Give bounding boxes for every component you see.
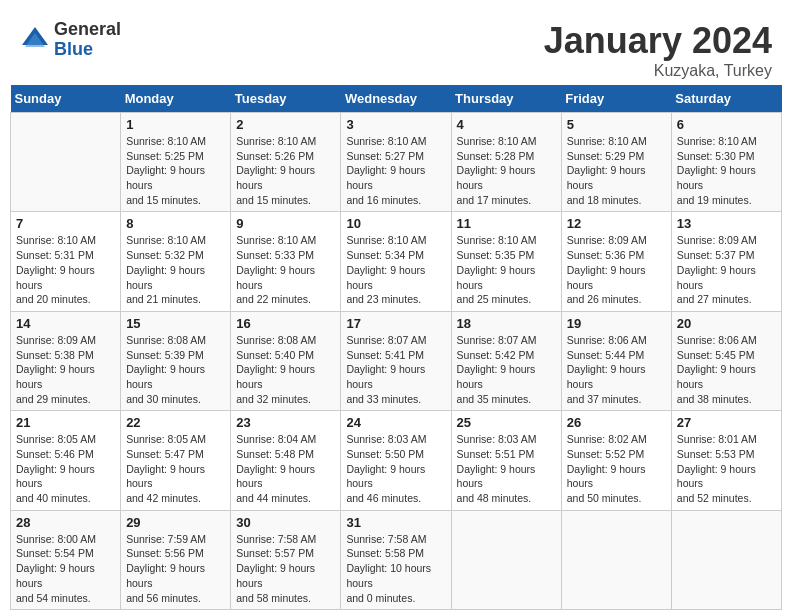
day-number: 2 — [236, 117, 335, 132]
calendar-week-2: 7Sunrise: 8:10 AMSunset: 5:31 PMDaylight… — [11, 212, 782, 311]
sunset-text: Sunset: 5:53 PM — [677, 447, 776, 462]
calendar-cell-w4-d3: 23Sunrise: 8:04 AMSunset: 5:48 PMDayligh… — [231, 411, 341, 510]
daylight-minutes: and 20 minutes. — [16, 292, 115, 307]
day-number: 16 — [236, 316, 335, 331]
daylight-hours: Daylight: 9 hours hours — [346, 362, 445, 391]
daylight-minutes: and 0 minutes. — [346, 591, 445, 606]
day-number: 27 — [677, 415, 776, 430]
calendar-cell-w3-d2: 15Sunrise: 8:08 AMSunset: 5:39 PMDayligh… — [121, 311, 231, 410]
day-number: 26 — [567, 415, 666, 430]
day-info: Sunrise: 8:07 AMSunset: 5:42 PMDaylight:… — [457, 333, 556, 406]
sunset-text: Sunset: 5:41 PM — [346, 348, 445, 363]
calendar-table: Sunday Monday Tuesday Wednesday Thursday… — [10, 85, 782, 610]
daylight-minutes: and 42 minutes. — [126, 491, 225, 506]
sunset-text: Sunset: 5:32 PM — [126, 248, 225, 263]
sunset-text: Sunset: 5:50 PM — [346, 447, 445, 462]
day-info: Sunrise: 8:01 AMSunset: 5:53 PMDaylight:… — [677, 432, 776, 505]
logo-general-text: General — [54, 20, 121, 40]
sunrise-text: Sunrise: 8:07 AM — [346, 333, 445, 348]
calendar-cell-w3-d6: 19Sunrise: 8:06 AMSunset: 5:44 PMDayligh… — [561, 311, 671, 410]
sunrise-text: Sunrise: 8:02 AM — [567, 432, 666, 447]
day-number: 13 — [677, 216, 776, 231]
sunset-text: Sunset: 5:35 PM — [457, 248, 556, 263]
daylight-hours: Daylight: 9 hours hours — [16, 263, 115, 292]
daylight-minutes: and 15 minutes. — [126, 193, 225, 208]
day-info: Sunrise: 8:08 AMSunset: 5:40 PMDaylight:… — [236, 333, 335, 406]
daylight-minutes: and 48 minutes. — [457, 491, 556, 506]
calendar-cell-w1-d5: 4Sunrise: 8:10 AMSunset: 5:28 PMDaylight… — [451, 113, 561, 212]
daylight-hours: Daylight: 9 hours hours — [677, 462, 776, 491]
daylight-minutes: and 54 minutes. — [16, 591, 115, 606]
daylight-hours: Daylight: 10 hours hours — [346, 561, 445, 590]
day-number: 20 — [677, 316, 776, 331]
day-number: 25 — [457, 415, 556, 430]
calendar-cell-w2-d5: 11Sunrise: 8:10 AMSunset: 5:35 PMDayligh… — [451, 212, 561, 311]
day-number: 11 — [457, 216, 556, 231]
calendar-cell-w1-d2: 1Sunrise: 8:10 AMSunset: 5:25 PMDaylight… — [121, 113, 231, 212]
calendar-header-row: Sunday Monday Tuesday Wednesday Thursday… — [11, 85, 782, 113]
daylight-hours: Daylight: 9 hours hours — [126, 362, 225, 391]
sunrise-text: Sunrise: 8:09 AM — [677, 233, 776, 248]
day-info: Sunrise: 7:59 AMSunset: 5:56 PMDaylight:… — [126, 532, 225, 605]
daylight-hours: Daylight: 9 hours hours — [457, 362, 556, 391]
sunset-text: Sunset: 5:28 PM — [457, 149, 556, 164]
sunrise-text: Sunrise: 8:06 AM — [677, 333, 776, 348]
day-info: Sunrise: 8:10 AMSunset: 5:32 PMDaylight:… — [126, 233, 225, 306]
day-info: Sunrise: 8:10 AMSunset: 5:29 PMDaylight:… — [567, 134, 666, 207]
daylight-minutes: and 32 minutes. — [236, 392, 335, 407]
daylight-hours: Daylight: 9 hours hours — [567, 263, 666, 292]
calendar-subtitle: Kuzyaka, Turkey — [544, 62, 772, 80]
day-number: 31 — [346, 515, 445, 530]
day-number: 10 — [346, 216, 445, 231]
sunset-text: Sunset: 5:48 PM — [236, 447, 335, 462]
calendar-week-1: 1Sunrise: 8:10 AMSunset: 5:25 PMDaylight… — [11, 113, 782, 212]
calendar-cell-w2-d2: 8Sunrise: 8:10 AMSunset: 5:32 PMDaylight… — [121, 212, 231, 311]
calendar-cell-w3-d5: 18Sunrise: 8:07 AMSunset: 5:42 PMDayligh… — [451, 311, 561, 410]
daylight-hours: Daylight: 9 hours hours — [16, 362, 115, 391]
daylight-minutes: and 35 minutes. — [457, 392, 556, 407]
day-number: 8 — [126, 216, 225, 231]
daylight-minutes: and 16 minutes. — [346, 193, 445, 208]
daylight-hours: Daylight: 9 hours hours — [126, 263, 225, 292]
calendar-cell-w5-d4: 31Sunrise: 7:58 AMSunset: 5:58 PMDayligh… — [341, 510, 451, 609]
day-info: Sunrise: 8:05 AMSunset: 5:47 PMDaylight:… — [126, 432, 225, 505]
sunrise-text: Sunrise: 7:59 AM — [126, 532, 225, 547]
calendar-cell-w1-d6: 5Sunrise: 8:10 AMSunset: 5:29 PMDaylight… — [561, 113, 671, 212]
calendar-cell-w5-d3: 30Sunrise: 7:58 AMSunset: 5:57 PMDayligh… — [231, 510, 341, 609]
daylight-hours: Daylight: 9 hours hours — [677, 362, 776, 391]
day-info: Sunrise: 8:10 AMSunset: 5:27 PMDaylight:… — [346, 134, 445, 207]
day-info: Sunrise: 8:09 AMSunset: 5:36 PMDaylight:… — [567, 233, 666, 306]
sunset-text: Sunset: 5:57 PM — [236, 546, 335, 561]
day-info: Sunrise: 8:06 AMSunset: 5:45 PMDaylight:… — [677, 333, 776, 406]
day-number: 1 — [126, 117, 225, 132]
daylight-hours: Daylight: 9 hours hours — [677, 263, 776, 292]
sunset-text: Sunset: 5:37 PM — [677, 248, 776, 263]
calendar-cell-w1-d7: 6Sunrise: 8:10 AMSunset: 5:30 PMDaylight… — [671, 113, 781, 212]
logo-icon — [20, 25, 50, 55]
daylight-hours: Daylight: 9 hours hours — [567, 462, 666, 491]
calendar-cell-w2-d3: 9Sunrise: 8:10 AMSunset: 5:33 PMDaylight… — [231, 212, 341, 311]
sunrise-text: Sunrise: 8:06 AM — [567, 333, 666, 348]
calendar-week-5: 28Sunrise: 8:00 AMSunset: 5:54 PMDayligh… — [11, 510, 782, 609]
daylight-hours: Daylight: 9 hours hours — [567, 362, 666, 391]
day-info: Sunrise: 8:10 AMSunset: 5:25 PMDaylight:… — [126, 134, 225, 207]
day-number: 15 — [126, 316, 225, 331]
calendar-cell-w2-d6: 12Sunrise: 8:09 AMSunset: 5:36 PMDayligh… — [561, 212, 671, 311]
sunrise-text: Sunrise: 8:03 AM — [346, 432, 445, 447]
sunrise-text: Sunrise: 8:01 AM — [677, 432, 776, 447]
daylight-hours: Daylight: 9 hours hours — [236, 462, 335, 491]
col-saturday: Saturday — [671, 85, 781, 113]
daylight-minutes: and 58 minutes. — [236, 591, 335, 606]
sunrise-text: Sunrise: 8:10 AM — [236, 134, 335, 149]
sunset-text: Sunset: 5:46 PM — [16, 447, 115, 462]
daylight-hours: Daylight: 9 hours hours — [346, 263, 445, 292]
daylight-hours: Daylight: 9 hours hours — [677, 163, 776, 192]
day-info: Sunrise: 8:06 AMSunset: 5:44 PMDaylight:… — [567, 333, 666, 406]
day-number: 7 — [16, 216, 115, 231]
day-number: 4 — [457, 117, 556, 132]
daylight-hours: Daylight: 9 hours hours — [16, 561, 115, 590]
calendar-cell-w4-d6: 26Sunrise: 8:02 AMSunset: 5:52 PMDayligh… — [561, 411, 671, 510]
calendar-cell-w5-d1: 28Sunrise: 8:00 AMSunset: 5:54 PMDayligh… — [11, 510, 121, 609]
day-number: 29 — [126, 515, 225, 530]
day-info: Sunrise: 7:58 AMSunset: 5:58 PMDaylight:… — [346, 532, 445, 605]
